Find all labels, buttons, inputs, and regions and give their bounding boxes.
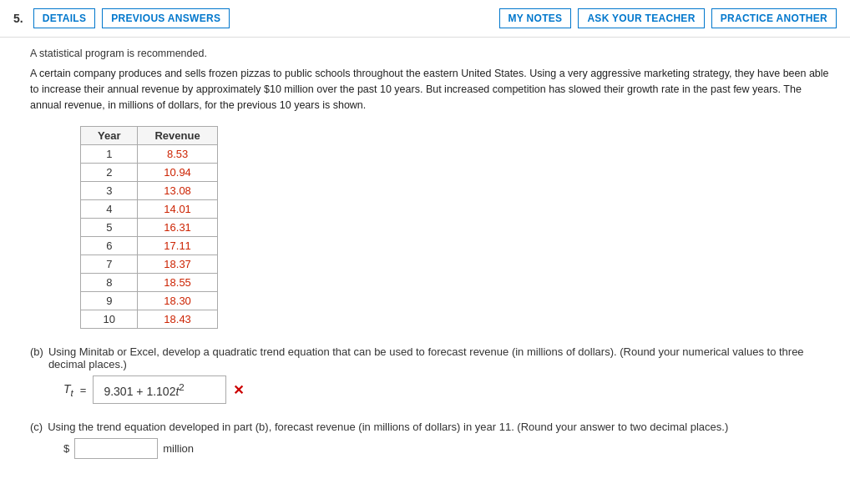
- practice-another-button[interactable]: PRACTICE ANOTHER: [711, 8, 837, 28]
- stat-recommendation: A statistical program is recommended.: [30, 48, 830, 59]
- part-c-text: Using the trend equation developed in pa…: [48, 421, 728, 433]
- revenue-cell: 18.30: [138, 292, 217, 310]
- year-cell: 1: [81, 145, 138, 164]
- answer-input[interactable]: [74, 438, 158, 459]
- x-mark: ✕: [233, 382, 244, 398]
- details-button[interactable]: DETAILS: [33, 8, 96, 28]
- revenue-cell: 14.01: [138, 200, 217, 219]
- year-cell: 5: [81, 219, 138, 237]
- revenue-cell: 8.53: [138, 145, 217, 164]
- col-year-header: Year: [81, 127, 138, 145]
- year-cell: 4: [81, 200, 138, 219]
- table-row: 818.55: [81, 274, 218, 292]
- data-table: Year Revenue 18.53210.94313.08414.01516.…: [80, 126, 218, 329]
- t-subscript: Tt: [63, 382, 73, 398]
- revenue-cell: 17.11: [138, 237, 217, 255]
- part-b-letter: (b): [30, 345, 43, 370]
- col-revenue-header: Revenue: [138, 127, 217, 145]
- part-c-section: (c) Using the trend equation developed i…: [30, 421, 830, 459]
- revenue-cell: 18.37: [138, 255, 217, 274]
- previous-answers-button[interactable]: PREVIOUS ANSWERS: [102, 8, 230, 28]
- problem-text: A certain company produces and sells fro…: [30, 66, 830, 113]
- million-label: million: [163, 442, 194, 455]
- top-bar: 5. DETAILS PREVIOUS ANSWERS MY NOTES ASK…: [0, 0, 850, 38]
- dollar-sign: $: [63, 442, 69, 455]
- part-b-text: Using Minitab or Excel, develop a quadra…: [48, 345, 830, 370]
- year-cell: 7: [81, 255, 138, 274]
- question-number: 5.: [13, 12, 23, 25]
- part-c-label: (c) Using the trend equation developed i…: [30, 421, 830, 433]
- ask-teacher-button[interactable]: ASK YOUR TEACHER: [578, 8, 704, 28]
- revenue-cell: 10.94: [138, 164, 217, 182]
- year-cell: 10: [81, 310, 138, 329]
- year-cell: 2: [81, 164, 138, 182]
- equals-sign: =: [80, 384, 87, 396]
- year-cell: 9: [81, 292, 138, 310]
- my-notes-button[interactable]: MY NOTES: [499, 8, 572, 28]
- year-cell: 8: [81, 274, 138, 292]
- revenue-cell: 18.55: [138, 274, 217, 292]
- table-row: 1018.43: [81, 310, 218, 329]
- revenue-cell: 18.43: [138, 310, 217, 329]
- part-b-section: (b) Using Minitab or Excel, develop a qu…: [30, 345, 830, 404]
- year-cell: 6: [81, 237, 138, 255]
- table-row: 918.30: [81, 292, 218, 310]
- table-row: 210.94: [81, 164, 218, 182]
- right-buttons: MY NOTES ASK YOUR TEACHER PRACTICE ANOTH…: [499, 8, 837, 28]
- equation-value: 9.301 + 1.102t2: [104, 381, 184, 398]
- table-row: 617.11: [81, 237, 218, 255]
- equation-box: 9.301 + 1.102t2: [93, 375, 226, 404]
- main-content: A statistical program is recommended. A …: [0, 38, 850, 476]
- equation-row: Tt = 9.301 + 1.102t2 ✕: [63, 375, 830, 404]
- part-c-letter: (c): [30, 421, 43, 433]
- table-row: 313.08: [81, 182, 218, 200]
- table-row: 414.01: [81, 200, 218, 219]
- revenue-cell: 16.31: [138, 219, 217, 237]
- table-row: 516.31: [81, 219, 218, 237]
- part-c-input-row: $ million: [63, 438, 830, 459]
- year-cell: 3: [81, 182, 138, 200]
- table-row: 18.53: [81, 145, 218, 164]
- part-b-label: (b) Using Minitab or Excel, develop a qu…: [30, 345, 830, 370]
- table-row: 718.37: [81, 255, 218, 274]
- revenue-cell: 13.08: [138, 182, 217, 200]
